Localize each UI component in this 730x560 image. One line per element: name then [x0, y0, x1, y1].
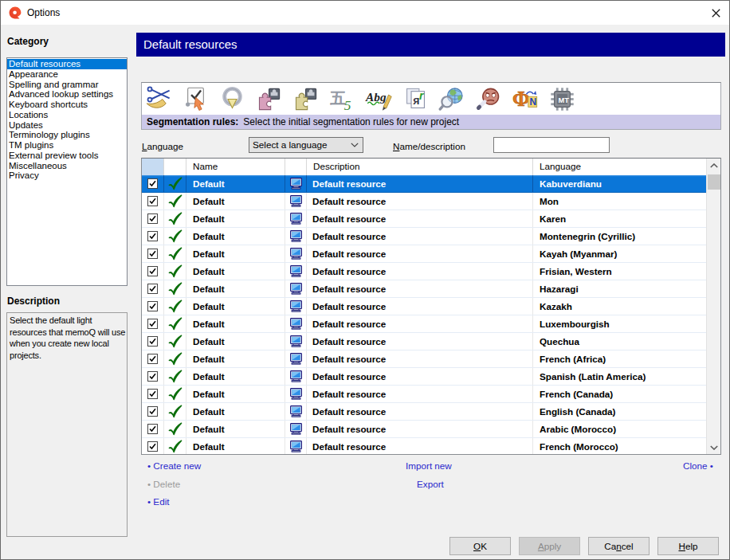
termbase-plugin-icon[interactable] [292, 85, 320, 113]
row-type-cell [285, 368, 307, 385]
translation-memory-plugin-icon[interactable] [255, 85, 283, 113]
segmentation-rules-icon[interactable] [145, 85, 173, 113]
ok-button[interactable]: OK [449, 537, 511, 555]
table-row[interactable]: DefaultDefault resourceKazakh [142, 298, 706, 315]
row-checkbox-cell [142, 263, 164, 280]
svg-text:N: N [529, 96, 536, 108]
category-item-updates[interactable]: Updates [7, 120, 127, 131]
font-substitution-icon[interactable]: ΦN [512, 85, 540, 113]
table-row[interactable]: DefaultDefault resourceMon [142, 193, 706, 210]
close-button[interactable] [704, 1, 728, 25]
category-list[interactable]: Default resourcesAppearanceSpelling and … [6, 57, 128, 286]
category-item-advanced-lookup-settings[interactable]: Advanced lookup settings [7, 89, 127, 100]
local-resource-icon [289, 370, 303, 383]
row-status-cell [164, 333, 186, 350]
qa-settings-icon[interactable] [182, 85, 210, 113]
table-row[interactable]: DefaultDefault resourceArabic (Morocco) [142, 421, 706, 438]
ignore-lists-icon[interactable]: Abg [365, 85, 393, 113]
row-checkbox[interactable] [147, 406, 158, 417]
row-checkbox[interactable] [147, 441, 158, 452]
row-name: Default [186, 193, 285, 210]
table-row[interactable]: DefaultDefault resourceEnglish (Canada) [142, 403, 706, 421]
category-item-locations[interactable]: Locations [7, 110, 127, 120]
table-row[interactable]: DefaultDefault resourceFrench (Morocco) [142, 438, 706, 455]
table-row[interactable]: DefaultDefault resourceMontenegrin (Cyri… [142, 228, 706, 245]
row-name: Default [186, 350, 285, 367]
autotranslation-icon[interactable] [218, 85, 246, 113]
delete-link[interactable]: • Delete [147, 479, 180, 489]
svg-text:Φ: Φ [512, 88, 530, 111]
header-checkbox-col[interactable] [142, 159, 164, 175]
create-new-link[interactable]: • Create new [147, 460, 201, 471]
green-check-icon [168, 387, 182, 401]
nontranslatables-icon[interactable]: 五5 [328, 85, 356, 113]
language-dropdown[interactable]: Select a language [249, 137, 363, 153]
row-checkbox-cell [142, 298, 164, 315]
row-checkbox[interactable] [147, 178, 158, 189]
import-new-label: Import new [406, 460, 452, 471]
category-item-privacy[interactable]: Privacy [7, 170, 127, 181]
name-description-input[interactable] [493, 137, 610, 153]
table-row[interactable]: DefaultDefault resourceHazaragi [142, 280, 706, 298]
edit-link[interactable]: • Edit [147, 496, 169, 507]
row-checkbox[interactable] [147, 266, 158, 276]
table-row[interactable]: DefaultDefault resourceKabuverdianu [142, 175, 706, 193]
apply-button[interactable]: Apply [519, 537, 580, 555]
header-status-col[interactable] [164, 159, 186, 175]
local-resource-icon [289, 405, 303, 418]
strip-text: Select the initial segmentation rules fo… [243, 116, 459, 127]
row-checkbox[interactable] [147, 301, 158, 311]
row-name: Default [186, 438, 285, 455]
row-checkbox[interactable] [147, 336, 158, 347]
table-row[interactable]: DefaultDefault resourceQuechua [142, 333, 706, 350]
category-item-tm-plugins[interactable]: TM plugins [7, 140, 127, 151]
category-item-miscellaneous[interactable]: Miscellaneous [7, 161, 127, 171]
import-new-link[interactable]: Import new [406, 460, 452, 471]
cancel-button[interactable]: Cancel [588, 537, 650, 555]
row-checkbox[interactable] [147, 319, 158, 329]
header-language[interactable]: Language [533, 159, 706, 175]
table-row[interactable]: DefaultDefault resourceKayah (Myanmar) [142, 245, 706, 263]
row-checkbox[interactable] [147, 231, 158, 241]
header-type-col[interactable] [285, 159, 307, 175]
row-checkbox[interactable] [147, 354, 158, 364]
export-link[interactable]: Export [417, 479, 444, 489]
row-name: Default [186, 386, 285, 402]
table-row[interactable]: DefaultDefault resourceSpanish (Latin Am… [142, 368, 706, 386]
table-row[interactable]: DefaultDefault resourceFrisian, Western [142, 263, 706, 280]
web-search-icon[interactable] [438, 85, 466, 113]
row-description: Default resource [307, 315, 533, 332]
row-checkbox[interactable] [147, 249, 158, 259]
table-row[interactable]: DefaultDefault resourceLuxembourgish [142, 315, 706, 333]
help-button[interactable]: Help [657, 537, 719, 555]
header-description[interactable]: Description [307, 159, 533, 175]
row-checkbox[interactable] [147, 196, 158, 206]
clone-link[interactable]: Clone • [683, 460, 713, 471]
row-checkbox[interactable] [147, 389, 158, 399]
category-item-spelling-and-grammar[interactable]: Spelling and grammar [7, 80, 127, 90]
category-item-external-preview-tools[interactable]: External preview tools [7, 151, 127, 161]
category-item-appearance[interactable]: Appearance [7, 69, 127, 80]
scrollbar-thumb[interactable] [708, 174, 720, 190]
row-checkbox[interactable] [147, 213, 158, 224]
header-name[interactable]: Name [186, 159, 285, 175]
row-checkbox[interactable] [147, 371, 158, 382]
green-check-icon [168, 405, 182, 419]
row-language: Kabuverdianu [533, 175, 706, 192]
category-item-default-resources[interactable]: Default resources [7, 59, 127, 69]
table-scrollbar[interactable] [706, 159, 720, 454]
scroll-up-button[interactable] [707, 159, 721, 172]
mt-settings-icon[interactable]: MT [548, 85, 576, 113]
table-row[interactable]: DefaultDefault resourceFrench (Africa) [142, 350, 706, 368]
scroll-down-button[interactable] [707, 441, 721, 454]
row-checkbox[interactable] [147, 284, 158, 294]
row-checkbox[interactable] [147, 424, 158, 434]
autocorrect-icon[interactable]: яr [402, 85, 430, 113]
table-row[interactable]: DefaultDefault resourceFrench (Canada) [142, 386, 706, 403]
profanity-icon[interactable] [475, 85, 503, 113]
table-row[interactable]: DefaultDefault resourceKaren [142, 210, 706, 228]
row-description: Default resource [307, 263, 533, 280]
category-item-keyboard-shortcuts[interactable]: Keyboard shortcuts [7, 100, 127, 110]
description-label: Description [7, 296, 60, 307]
category-item-terminology-plugins[interactable]: Terminology plugins [7, 130, 127, 140]
